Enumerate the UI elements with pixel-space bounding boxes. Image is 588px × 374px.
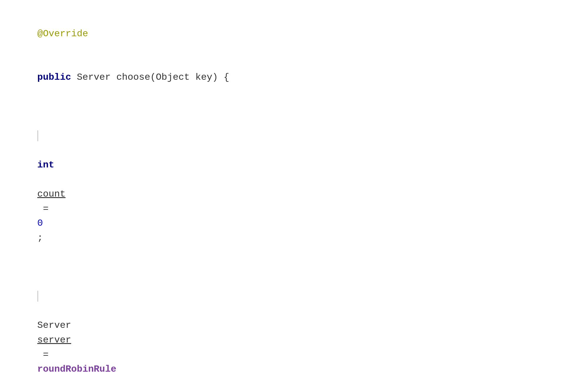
vert-bar-2: [37, 291, 42, 302]
line-int-count: int count = 0 ;: [15, 99, 573, 260]
keyword-public: public: [37, 72, 71, 83]
line-server-assign: Server server = roundRobinRule . choose(…: [15, 260, 573, 374]
field-roundRobinRule-1: roundRobinRule: [37, 364, 116, 374]
var-count: count: [37, 189, 66, 200]
code-block: @Override public Server choose(Object ke…: [15, 12, 573, 374]
vert-bar-1: [37, 130, 42, 141]
line-annotation: @Override: [15, 12, 573, 56]
line-method-signature: public Server choose(Object key) {: [15, 56, 573, 99]
annotation: @Override: [37, 28, 88, 39]
number-zero: 0: [37, 218, 43, 229]
var-server-1: server: [37, 335, 71, 345]
keyword-int: int: [37, 159, 54, 170]
